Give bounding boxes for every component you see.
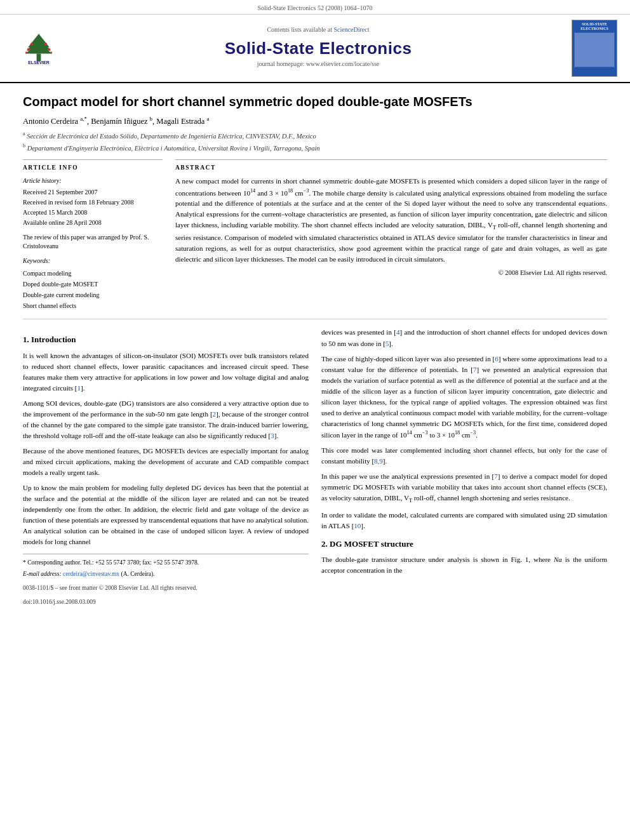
issn-line: 0038-1101/$ – see front matter © 2008 El… [23, 583, 309, 593]
footnote-area: * Corresponding author. Tel.: +52 55 574… [23, 554, 309, 578]
journal-header: ELSEVIER Contents lists available at Sci… [0, 15, 630, 83]
doi-line: doi:10.1016/j.sse.2008.03.009 [23, 597, 309, 607]
section-divider [23, 319, 607, 319]
ref-4-link[interactable]: 4 [396, 328, 400, 336]
accepted-date: Accepted 15 March 2008 [23, 208, 163, 218]
keywords-block: Keywords: Compact modeling Doped double-… [23, 256, 163, 311]
sciencedirect-line: Contents lists available at ScienceDirec… [74, 25, 563, 34]
journal-cover: SOLID-STATEELECTRONICS [572, 20, 617, 77]
ref-7b-link[interactable]: 7 [494, 472, 498, 480]
bottom-info: 0038-1101/$ – see front matter © 2008 El… [23, 583, 309, 606]
section2-para-1: The double-gate transistor structure und… [321, 554, 607, 576]
keyword-item: Doped double-gate MOSFET [23, 279, 163, 290]
ref-6-link[interactable]: 6 [495, 355, 499, 363]
article-info-col: ARTICLE INFO Article history: Received 2… [23, 159, 163, 311]
footnote-email: E-mail address: cerdeira@cinvestav.mx (A… [23, 570, 309, 578]
journal-citation: Solid-State Electronics 52 (2008) 1064–1… [0, 0, 630, 15]
article-info-label: ARTICLE INFO [23, 164, 163, 172]
journal-title: Solid-State Electronics [74, 37, 563, 60]
main-col-right: devices was presented in [4] and the int… [321, 327, 607, 611]
review-note: The review of this paper was arranged by… [23, 233, 163, 251]
ref-10-link[interactable]: 10 [354, 522, 361, 530]
copyright-line: © 2008 Elsevier Ltd. All rights reserved… [175, 269, 607, 278]
journal-cover-area: SOLID-STATEELECTRONICS [569, 20, 620, 77]
right-para-4: In this paper we use the analytical expr… [321, 471, 607, 505]
info-abstract-section: ARTICLE INFO Article history: Received 2… [23, 159, 607, 311]
ref-3-link[interactable]: 3 [271, 432, 274, 439]
footnote-corresponding: * Corresponding author. Tel.: +52 55 574… [23, 558, 309, 567]
affiliations: a Sección de Electrónica del Estado Sóli… [23, 130, 607, 154]
ref-7-link[interactable]: 7 [473, 366, 477, 373]
svg-rect-0 [37, 53, 41, 61]
authors-line: Antonio Cerdeira a,*, Benjamín Iñiguez b… [23, 115, 607, 128]
article-title: Compact model for short channel symmetri… [23, 93, 607, 110]
elsevier-tree-icon: ELSEVIER [17, 31, 61, 66]
keyword-item: Double-gate current modeling [23, 290, 163, 300]
svg-point-6 [27, 48, 30, 50]
abstract-paragraph: A new compact model for currents in shor… [175, 176, 607, 265]
main-col-left: 1. Introduction It is well known the adv… [23, 327, 309, 611]
svg-point-8 [25, 51, 27, 53]
ref-5-link[interactable]: 5 [385, 340, 389, 347]
right-para-2: The case of highly-doped silicon layer w… [321, 354, 607, 441]
sciencedirect-link[interactable]: ScienceDirect [333, 26, 369, 33]
svg-point-7 [48, 48, 50, 50]
received-date: Received 21 September 2007 [23, 187, 163, 197]
right-para-3: This core model was later complemented i… [321, 445, 607, 467]
ref-1-link[interactable]: 1 [77, 384, 81, 392]
cover-graphic [574, 32, 615, 67]
right-para-5: In order to validate the model, calculat… [321, 510, 607, 531]
article-body: Compact model for short channel symmetri… [0, 83, 630, 621]
journal-homepage: journal homepage: www.elsevier.com/locat… [74, 60, 563, 69]
svg-point-5 [44, 43, 47, 45]
keyword-item: Short channel effects [23, 300, 163, 311]
keyword-item: Compact modeling [23, 268, 163, 279]
svg-point-9 [50, 51, 52, 53]
right-para-1: devices was presented in [4] and the int… [321, 327, 607, 349]
intro-para-3: Because of the above mentioned features,… [23, 446, 309, 478]
intro-para-2: Among SOI devices, double-gate (DG) tran… [23, 398, 309, 441]
elsevier-logo-area: ELSEVIER [10, 31, 67, 66]
ref-2-link[interactable]: 2 [213, 410, 217, 418]
svg-point-4 [30, 43, 33, 45]
section-1-heading: 1. Introduction [23, 333, 309, 346]
abstract-col: ABSTRACT A new compact model for current… [175, 159, 607, 311]
ref-8-link[interactable]: 8,9 [374, 457, 383, 465]
abstract-label: ABSTRACT [175, 164, 607, 172]
revised-date: Received in revised form 18 February 200… [23, 197, 163, 208]
available-date: Available online 28 April 2008 [23, 218, 163, 228]
article-info-block: Article history: Received 21 September 2… [23, 176, 163, 311]
history-label: Article history: [23, 176, 163, 186]
cover-title: SOLID-STATEELECTRONICS [580, 22, 608, 31]
intro-para-1: It is well known the advantages of silic… [23, 350, 309, 394]
email-link[interactable]: cerdeira@cinvestav.mx [63, 571, 119, 577]
abstract-text: A new compact model for currents in shor… [175, 176, 607, 265]
svg-text:ELSEVIER: ELSEVIER [28, 60, 50, 65]
main-text: 1. Introduction It is well known the adv… [23, 327, 607, 611]
section-2-heading: 2. DG MOSFET structure [321, 538, 607, 550]
keywords-list: Compact modeling Doped double-gate MOSFE… [23, 268, 163, 311]
article-history: Article history: Received 21 September 2… [23, 176, 163, 228]
keywords-label: Keywords: [23, 256, 163, 266]
intro-para-4: Up to know the main problem for modeling… [23, 483, 309, 547]
journal-center: Contents lists available at ScienceDirec… [74, 25, 563, 71]
